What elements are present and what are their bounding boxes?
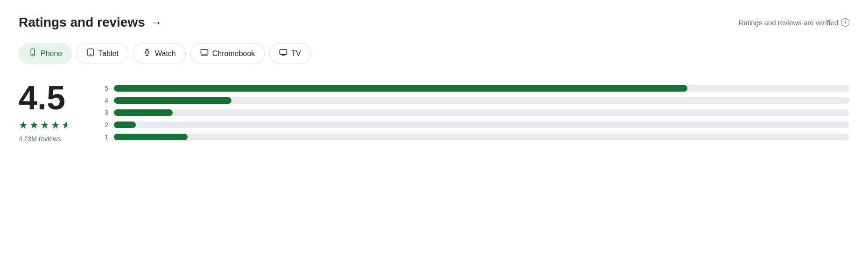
- bar-track-1[interactable]: [114, 134, 849, 140]
- bar-track-5[interactable]: [114, 85, 849, 92]
- bar-fill-2: [114, 122, 136, 128]
- header-left: Ratings and reviews →: [19, 15, 162, 30]
- chromebook-icon: [200, 48, 209, 59]
- bar-row-3: 3: [103, 109, 849, 116]
- svg-rect-5: [201, 50, 208, 54]
- tab-label-tv: TV: [291, 50, 301, 58]
- bars-area: 5 4 3 2 1: [103, 81, 849, 141]
- reviews-count: 4.23M reviews: [19, 135, 61, 143]
- device-tabs: Phone Tablet Watch Chromebook TV: [19, 43, 849, 64]
- bar-label-2: 2: [103, 121, 108, 129]
- bar-fill-1: [114, 134, 188, 140]
- phone-icon: [28, 48, 37, 59]
- bar-row-2: 2: [103, 121, 849, 129]
- star-1: ★: [19, 119, 28, 131]
- tab-tablet[interactable]: Tablet: [77, 43, 128, 64]
- verified-label: Ratings and reviews are verified i: [739, 18, 849, 27]
- bar-fill-5: [114, 85, 687, 92]
- tab-label-phone: Phone: [41, 50, 62, 58]
- bar-label-4: 4: [103, 97, 108, 104]
- tab-label-watch: Watch: [155, 50, 176, 58]
- ratings-area: 4.5 ★ ★ ★ ★ ★ ★ 4.23M reviews 5 4 3: [19, 81, 849, 143]
- rating-score: 4.5: [19, 81, 65, 115]
- tv-icon: [279, 48, 287, 59]
- tab-tv[interactable]: TV: [269, 43, 310, 64]
- svg-point-3: [91, 54, 91, 55]
- bar-label-3: 3: [103, 109, 108, 116]
- svg-point-1: [32, 54, 33, 55]
- bar-fill-4: [114, 97, 231, 104]
- bar-track-4[interactable]: [114, 97, 849, 104]
- watch-icon: [143, 48, 151, 59]
- section-title: Ratings and reviews: [19, 15, 145, 30]
- star-2: ★: [29, 119, 39, 131]
- tab-label-chromebook: Chromebook: [212, 50, 255, 58]
- bar-row-4: 4: [103, 97, 849, 104]
- bar-row-1: 1: [103, 133, 849, 141]
- bar-track-3[interactable]: [114, 109, 849, 116]
- verified-text-label: Ratings and reviews are verified: [739, 19, 838, 27]
- tablet-icon: [86, 48, 95, 59]
- tab-phone[interactable]: Phone: [19, 43, 72, 64]
- star-4: ★: [51, 119, 60, 131]
- svg-rect-6: [280, 50, 287, 55]
- stars-row: ★ ★ ★ ★ ★ ★: [19, 119, 71, 131]
- svg-rect-4: [145, 50, 149, 54]
- star-3: ★: [40, 119, 49, 131]
- bar-label-1: 1: [103, 133, 108, 141]
- bar-track-2[interactable]: [114, 122, 849, 128]
- tab-label-tablet: Tablet: [98, 50, 119, 58]
- tab-chromebook[interactable]: Chromebook: [190, 43, 265, 64]
- big-rating: 4.5 ★ ★ ★ ★ ★ ★ 4.23M reviews: [19, 81, 84, 143]
- info-icon[interactable]: i: [841, 18, 849, 27]
- star-5-half: ★ ★: [62, 119, 71, 131]
- bar-row-5: 5: [103, 85, 849, 92]
- bar-label-5: 5: [103, 85, 108, 92]
- bar-fill-3: [114, 109, 173, 116]
- arrow-icon[interactable]: →: [151, 16, 162, 29]
- ratings-header: Ratings and reviews → Ratings and review…: [19, 15, 849, 30]
- tab-watch[interactable]: Watch: [133, 43, 186, 64]
